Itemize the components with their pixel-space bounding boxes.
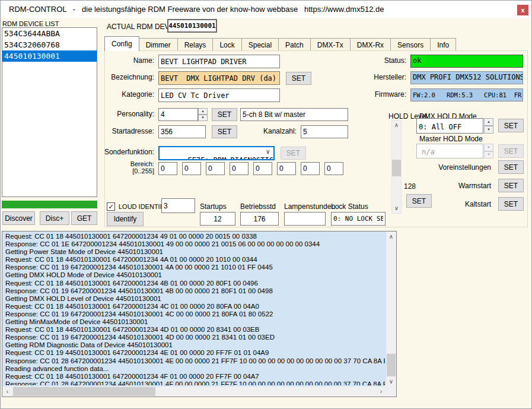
device-list-item[interactable]: 445010130001 [2, 50, 97, 62]
device-list-label: RDM DEVICE LIST [2, 20, 59, 27]
log-hscrollbar[interactable]: ‹ › [2, 386, 386, 397]
bezeichnung-input[interactable] [158, 71, 280, 85]
log-scroll-left-icon[interactable]: ‹ [2, 386, 12, 397]
bereich-input-7[interactable] [301, 162, 320, 175]
master-hold-spinner: ▲ ▼ [484, 144, 493, 158]
personality-spin-down-icon[interactable]: ▼ [198, 115, 208, 121]
tab-sensors[interactable]: Sensors [390, 38, 431, 51]
personality-spin-up-icon[interactable]: ▲ [198, 108, 208, 115]
startups-field [200, 212, 235, 226]
discover-button[interactable]: Discover [2, 211, 35, 225]
tab-dimmer[interactable]: Dimmer [139, 38, 178, 51]
log-vscroll-thumb[interactable] [387, 354, 396, 376]
bezeichnung-set-button[interactable]: SET [286, 72, 311, 85]
master-hold-spin-down-icon: ▼ [484, 151, 493, 159]
log-hscroll-thumb[interactable] [13, 387, 155, 396]
disc-plus-button[interactable]: Disc+ [40, 211, 69, 225]
status-label: Status: [384, 56, 406, 65]
loud-identify-checkbox[interactable]: ✓ [107, 202, 115, 211]
dmx-hold-mode-input[interactable] [416, 118, 483, 134]
tab-special[interactable]: Special [241, 38, 279, 51]
master-hold-spin-up-icon: ▲ [484, 144, 493, 151]
log-line: Response: CC 01 19 647200001234 44501013… [5, 334, 385, 341]
tab-info[interactable]: Info [430, 38, 456, 51]
betriebsstd-label: Betriebsstd [240, 202, 276, 211]
identify-button[interactable]: Identify [107, 212, 144, 226]
get-button[interactable]: GET [71, 211, 97, 225]
tab-strip: ConfigDimmerRelaysLockSpecialPatchDMX-Tx… [104, 36, 455, 51]
combo-caret-icon[interactable]: ∨ [266, 148, 270, 156]
firmware-label: Firmware: [375, 90, 406, 99]
master-hold-mode-input [416, 144, 483, 158]
personality-set-button[interactable]: SET [212, 108, 237, 121]
bereich-input-2[interactable] [182, 162, 201, 175]
close-button[interactable]: x [517, 5, 528, 15]
log-scroll-down-icon[interactable]: ∨ [386, 376, 396, 386]
log-line: Request: CC 01 18 445010130001 647200001… [5, 303, 385, 310]
log-line: Request: CC 01 18 445010130001 647200001… [5, 233, 385, 240]
log-line: Getting RDM Diagnostic Data of Device 44… [5, 341, 385, 349]
voreinstellungen-label: Voreinstellungen [438, 163, 491, 172]
log-area[interactable]: Request: CC 01 18 445010130001 647200001… [2, 231, 397, 397]
log-line: Getting Power State Mode of Device 44501… [5, 248, 385, 256]
hold-level-scrollbar[interactable]: ∧ ∨ [391, 120, 402, 214]
discover-progress-bar [2, 201, 97, 208]
device-list-item[interactable]: 534C32060768 [2, 39, 97, 50]
tab-dmx-rx[interactable]: DMX-Rx [350, 38, 391, 51]
device-list-item[interactable]: 534C3644ABBA [2, 28, 97, 39]
warmstart-label: Warmstart [458, 182, 491, 190]
hold-scroll-up-icon[interactable]: ∧ [392, 121, 401, 130]
log-line: Response: CC 01 19 647200001234 44501013… [5, 287, 385, 295]
log-line: Getting MinMaxMode of Device 44501013000… [5, 318, 385, 326]
log-scroll-up-icon[interactable]: ∧ [386, 232, 396, 242]
betriebsstd-field [240, 212, 279, 226]
config-panel: Name: Bezeichnung: SET Kategorie: Person… [104, 50, 528, 227]
voreinstellungen-set-button[interactable]: SET [498, 160, 524, 174]
dmx-hold-set-button[interactable]: SET [498, 119, 524, 132]
tab-lock[interactable]: Lock [212, 38, 241, 51]
log-line: Response: CC 01 1E 647200001234 44501013… [5, 240, 385, 248]
log-line: Request: CC 01 18 445010130001 647200001… [5, 256, 385, 264]
bereich-input-3[interactable] [206, 162, 225, 175]
tab-dmx-tx[interactable]: DMX-Tx [310, 38, 351, 51]
tab-relays[interactable]: Relays [177, 38, 214, 51]
log-scroll-right-icon[interactable]: › [376, 386, 386, 397]
sonderfunktion-combobox[interactable]: FF7F: RDM DIAGNOSTIC OUT ∨ [158, 146, 275, 160]
tab-config[interactable]: Config [104, 36, 139, 51]
master-hold-mode-label: Master HOLD Mode [419, 135, 483, 143]
dmx-hold-spin-up-icon[interactable]: ▲ [484, 118, 493, 126]
log-line: Getting DMX HOLD Mode of Device 44501013… [5, 271, 385, 279]
log-line: Response: CC 01 19 647200001234 44501013… [5, 264, 385, 271]
bereich-label-2: [0..255] [132, 167, 154, 175]
bereich-input-4[interactable] [230, 162, 249, 175]
kategorie-input[interactable] [158, 88, 280, 102]
bereich-input-1[interactable] [158, 162, 177, 175]
firmware-field: FW:2.0 RDM:5.3 CPU:81 FR [410, 88, 523, 102]
startadresse-set-button[interactable]: SET [212, 125, 237, 138]
identify-count-input[interactable] [161, 198, 195, 213]
kanalzahl-input[interactable] [301, 125, 348, 138]
hersteller-field: DMX PROFI DMX512 SOLUTIONS [410, 71, 523, 84]
log-line: Request: CC 01 18 445010130001 647200001… [5, 373, 385, 381]
bereich-input-5[interactable] [253, 162, 272, 175]
name-input[interactable] [158, 55, 280, 68]
checkbox-check-icon: ✓ [108, 203, 113, 210]
warmstart-set-button[interactable]: SET [498, 179, 524, 192]
log-line: Getting DMX HOLD Level of Device 4450101… [5, 295, 385, 303]
device-list[interactable]: 534C3644ABBA534C32060768445010130001 [2, 27, 97, 197]
actual-device-value: 445010130001 [167, 19, 217, 33]
tab-patch[interactable]: Patch [278, 38, 311, 51]
bereich-input-8[interactable] [324, 162, 343, 175]
dmx-hold-spin-down-icon[interactable]: ▼ [484, 126, 493, 134]
bezeichnung-label: Bezeichnung: [111, 73, 154, 81]
lock-status-field [331, 212, 386, 226]
kaltstart-set-button[interactable]: SET [498, 197, 524, 211]
hold-level-set-button[interactable]: SET [406, 194, 432, 208]
log-vscrollbar[interactable]: ∧ ∨ [386, 232, 396, 386]
startadresse-input[interactable] [158, 125, 206, 138]
log-scroll-corner [386, 386, 396, 397]
hold-scroll-down-icon[interactable]: ∨ [392, 204, 401, 213]
bereich-input-6[interactable] [277, 162, 296, 175]
personality-input[interactable] [158, 108, 198, 121]
hold-scroll-thumb[interactable] [392, 160, 401, 176]
